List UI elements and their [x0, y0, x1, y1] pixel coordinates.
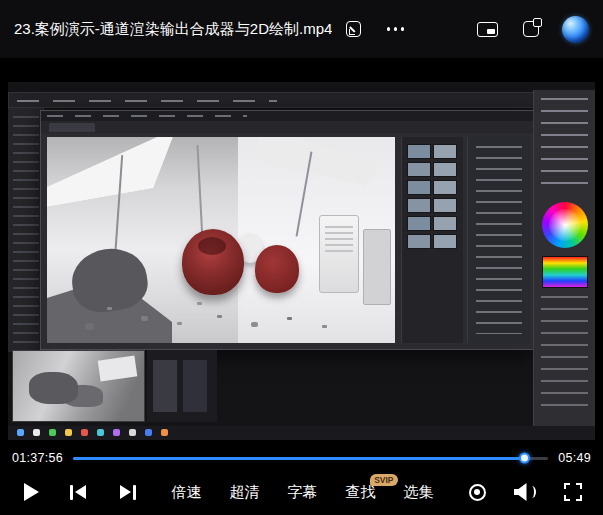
background-window-titlebar — [8, 92, 535, 108]
scattered-debris — [47, 137, 52, 140]
next-icon — [120, 485, 136, 500]
layers-panel — [401, 137, 463, 343]
timeline-thumbnail — [12, 350, 145, 422]
app-titlebar — [41, 111, 534, 121]
taskbar-icon — [97, 429, 104, 436]
video-player-app: 23.案例演示-通道渲染输出合成器与2D绘制.mp4 — [0, 0, 603, 515]
svip-badge: SVIP — [370, 474, 397, 486]
umbrella-canopy — [47, 137, 186, 209]
floating-window-button[interactable] — [518, 16, 544, 42]
note-button[interactable] — [340, 16, 366, 42]
fullscreen-icon — [564, 483, 582, 501]
speed-button[interactable]: 倍速 — [172, 483, 202, 502]
white-cooler — [319, 215, 359, 293]
canvas-scene — [47, 137, 395, 343]
app-window — [40, 110, 535, 350]
properties-panel — [467, 137, 530, 343]
more-icon — [387, 27, 405, 31]
subtitles-button[interactable]: 字幕 — [288, 483, 318, 502]
taskbar-icon — [129, 429, 136, 436]
top-bar: 23.案例演示-通道渲染输出合成器与2D绘制.mp4 — [0, 0, 603, 58]
fullscreen-button[interactable] — [559, 478, 587, 506]
red-chair-small — [255, 245, 299, 293]
panel-rows — [541, 98, 588, 194]
layer-thumb-row — [407, 162, 463, 177]
volume-icon — [514, 483, 537, 501]
episodes-button[interactable]: 选集 — [404, 483, 434, 502]
taskbar-icon — [49, 429, 56, 436]
previous-icon — [70, 485, 86, 500]
record-icon — [469, 484, 486, 501]
color-panel — [533, 90, 595, 428]
vending-machine — [363, 229, 391, 305]
gradient-swatch — [542, 256, 588, 288]
taskbar-icon — [113, 429, 120, 436]
screen-recording — [8, 82, 595, 440]
note-icon — [346, 21, 361, 37]
layer-thumb-row — [407, 198, 463, 213]
volume-button[interactable] — [511, 478, 539, 506]
duration: 05:49 — [558, 451, 591, 465]
controls-bar: 倍速 超清 字幕 查找 SVIP 选集 — [0, 469, 603, 515]
more-button[interactable] — [382, 16, 408, 42]
taskbar-icon — [161, 429, 168, 436]
taskbar-icon — [17, 429, 24, 436]
cast-screen-button[interactable] — [474, 16, 500, 42]
play-icon — [24, 483, 39, 501]
next-button[interactable] — [114, 478, 142, 506]
taskbar-icon — [33, 429, 40, 436]
app-toolbar — [41, 121, 534, 133]
progress-slider[interactable] — [73, 452, 548, 464]
floating-window-icon — [523, 21, 539, 37]
layer-thumb-row — [407, 216, 463, 231]
layer-thumb-row — [407, 144, 463, 159]
timeline-thumbnails-more — [147, 350, 217, 422]
taskbar-icon — [145, 429, 152, 436]
umbrella-pole — [196, 145, 203, 241]
taskbar-icon — [81, 429, 88, 436]
umbrella-canopy — [250, 137, 385, 187]
video-title: 23.案例演示-通道渲染输出合成器与2D绘制.mp4 — [14, 20, 332, 39]
color-wheel — [542, 202, 588, 248]
video-area[interactable] — [0, 58, 603, 447]
play-button[interactable] — [16, 478, 44, 506]
quality-button[interactable]: 超清 — [230, 483, 260, 502]
red-chair — [182, 229, 244, 295]
progress-knob[interactable] — [519, 453, 530, 464]
quark-logo[interactable] — [562, 16, 589, 43]
progress-fill — [73, 457, 524, 461]
background-left-panel — [8, 108, 44, 352]
taskbar — [8, 426, 595, 440]
layer-thumb-row — [407, 180, 463, 195]
previous-button[interactable] — [64, 478, 92, 506]
progress-row: 01:37:56 05:49 — [0, 447, 603, 469]
record-button[interactable] — [463, 478, 491, 506]
taskbar-icon — [65, 429, 72, 436]
current-time: 01:37:56 — [12, 451, 63, 465]
panel-rows — [541, 296, 588, 416]
layer-thumb-row — [407, 234, 463, 249]
cast-screen-icon — [477, 22, 498, 37]
